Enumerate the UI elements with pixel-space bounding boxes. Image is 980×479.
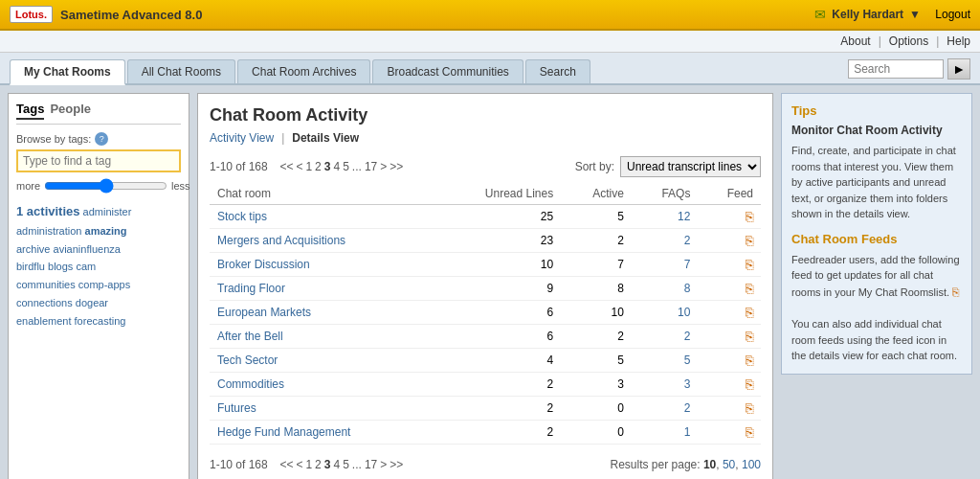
faq-link-2[interactable]: 7	[684, 258, 691, 271]
rpp-50[interactable]: 50	[723, 458, 735, 471]
tag-enablement[interactable]: enablement	[16, 315, 72, 327]
col-header-unread: Unread Lines	[434, 183, 561, 205]
faq-link-9[interactable]: 1	[684, 425, 691, 439]
col-header-faqs: FAQs	[632, 183, 699, 205]
faq-link-3[interactable]: 8	[684, 282, 691, 295]
search-button-top[interactable]: ►	[947, 58, 970, 80]
faq-link-7[interactable]: 3	[684, 377, 691, 391]
feed-icon-7[interactable]: ⎘	[746, 376, 753, 392]
tag-amazing[interactable]: amazing	[85, 225, 127, 237]
tag-connections[interactable]: connections	[16, 297, 73, 308]
page-prev-prev[interactable]: <<	[279, 160, 293, 173]
tag-dogear[interactable]: dogear	[76, 297, 108, 308]
room-link-7[interactable]: Commodities	[217, 377, 284, 391]
page-3-current[interactable]: 3	[324, 160, 331, 173]
tag-cam[interactable]: cam	[76, 261, 96, 272]
sidebar-tab-people[interactable]: People	[50, 102, 91, 120]
sidebar-tabs: Tags People	[16, 102, 181, 125]
feed-icon-inline[interactable]: ⎘	[952, 285, 959, 299]
room-link-6[interactable]: Tech Sector	[217, 354, 278, 367]
page-17[interactable]: 17	[365, 160, 377, 173]
help-link[interactable]: Help	[947, 34, 970, 48]
tag-communities[interactable]: communities	[16, 279, 76, 290]
page-next-next[interactable]: >>	[390, 160, 403, 173]
tag-1-activities[interactable]: 1 activities	[16, 204, 80, 218]
page-bottom-prev[interactable]: <	[296, 458, 302, 471]
page-5[interactable]: 5	[343, 160, 349, 173]
table-row: Commodities233⎘	[210, 373, 761, 397]
room-link-5[interactable]: After the Bell	[217, 330, 283, 343]
feed-icon-2[interactable]: ⎘	[746, 257, 753, 272]
slider-less-label: less	[171, 180, 190, 192]
page-bottom-prev-prev[interactable]: <<	[279, 458, 293, 471]
faq-link-4[interactable]: 10	[678, 306, 690, 319]
page-4[interactable]: 4	[333, 160, 340, 173]
tag-administration[interactable]: administration	[16, 225, 81, 237]
feed-icon-1[interactable]: ⎘	[746, 233, 753, 248]
faq-link-5[interactable]: 2	[684, 330, 691, 343]
room-link-8[interactable]: Futures	[217, 401, 256, 415]
tag-administer[interactable]: administer	[83, 206, 132, 217]
pagination-controls-bottom: 1-10 of 168 << < 1 2 3 4 5 ... 17 > >>	[210, 458, 403, 471]
rpp-100[interactable]: 100	[742, 458, 761, 471]
page-bottom-ellipsis: ...	[352, 458, 362, 471]
logout-link[interactable]: Logout	[935, 8, 970, 21]
help-icon[interactable]: ?	[95, 132, 108, 146]
page-next[interactable]: >	[380, 160, 387, 173]
page-bottom-next[interactable]: >	[380, 458, 387, 471]
tag-comp-apps[interactable]: comp-apps	[78, 279, 130, 290]
feed-icon-5[interactable]: ⎘	[746, 329, 753, 344]
tab-search[interactable]: Search	[525, 59, 590, 83]
room-link-1[interactable]: Mergers and Acquisitions	[217, 234, 345, 247]
page-2[interactable]: 2	[315, 160, 322, 173]
rpp-10[interactable]: 10	[703, 458, 716, 471]
room-link-2[interactable]: Broker Discussion	[217, 258, 310, 271]
tag-archive[interactable]: archive	[16, 243, 50, 255]
room-link-0[interactable]: Stock tips	[217, 210, 267, 223]
room-link-4[interactable]: European Markets	[217, 306, 311, 319]
user-dropdown-icon[interactable]: ▼	[909, 8, 921, 21]
faq-link-0[interactable]: 12	[678, 210, 690, 223]
feed-icon-8[interactable]: ⎘	[746, 400, 753, 416]
search-input-top[interactable]	[848, 59, 944, 79]
chat-room-table: Chat room Unread Lines Active FAQs Feed …	[210, 183, 761, 445]
page-bottom-5[interactable]: 5	[343, 458, 349, 471]
sidebar-tab-tags[interactable]: Tags	[16, 102, 44, 120]
feed-icon-9[interactable]: ⎘	[746, 424, 753, 440]
feed-icon-3[interactable]: ⎘	[746, 281, 753, 296]
activity-view-link[interactable]: Activity View	[210, 131, 274, 145]
feeds-body-2: You can also add individual chat room fe…	[791, 318, 957, 361]
tag-avianinfluenza[interactable]: avianinfluenza	[54, 243, 121, 255]
feed-icon-4[interactable]: ⎘	[746, 305, 753, 320]
page-bottom-4[interactable]: 4	[333, 458, 340, 471]
tab-all-chat-rooms[interactable]: All Chat Rooms	[127, 59, 235, 83]
page-bottom-next-next[interactable]: >>	[390, 458, 403, 471]
tag-blogs[interactable]: blogs	[48, 261, 73, 272]
unread-lines-2: 10	[434, 253, 561, 277]
faq-link-1[interactable]: 2	[684, 234, 691, 247]
sort-label: Sort by:	[575, 160, 614, 173]
room-link-3[interactable]: Trading Floor	[217, 282, 285, 295]
user-name[interactable]: Kelly Hardart	[832, 8, 903, 21]
page-prev[interactable]: <	[296, 160, 302, 173]
room-link-9[interactable]: Hedge Fund Management	[217, 425, 350, 439]
about-link[interactable]: About	[840, 34, 870, 48]
tag-search-input[interactable]	[16, 149, 181, 172]
active-count-3: 8	[561, 277, 632, 301]
tag-forecasting[interactable]: forecasting	[75, 315, 126, 327]
tab-chat-room-archives[interactable]: Chat Room Archives	[237, 59, 370, 83]
faq-link-8[interactable]: 2	[684, 401, 691, 415]
tab-my-chat-rooms[interactable]: My Chat Rooms	[10, 59, 125, 85]
sort-select[interactable]: Unread transcript lines Active participa…	[620, 156, 761, 177]
page-bottom-17[interactable]: 17	[365, 458, 377, 471]
pagination-bottom: 1-10 of 168 << < 1 2 3 4 5 ... 17 > >> R…	[210, 452, 761, 477]
faq-link-6[interactable]: 5	[684, 354, 691, 367]
tab-broadcast-communities[interactable]: Broadcast Communities	[372, 59, 523, 83]
options-link[interactable]: Options	[889, 34, 928, 48]
page-bottom-3[interactable]: 3	[324, 458, 331, 471]
page-bottom-2[interactable]: 2	[315, 458, 322, 471]
feed-icon-0[interactable]: ⎘	[746, 209, 753, 224]
feed-icon-6[interactable]: ⎘	[746, 353, 753, 368]
tag-density-slider[interactable]	[44, 178, 167, 194]
tag-birdflu[interactable]: birdflu	[16, 261, 45, 272]
